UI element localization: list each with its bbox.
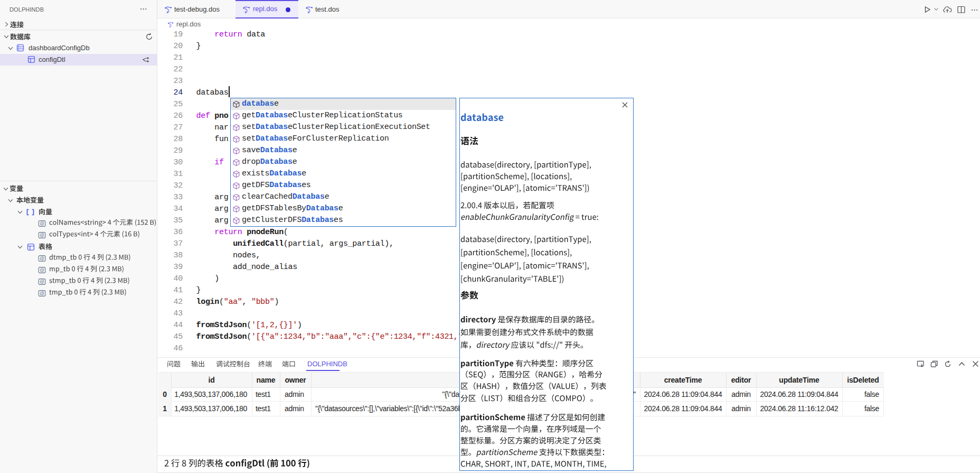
svg-text:@: @ bbox=[40, 291, 44, 296]
svg-text:@: @ bbox=[40, 233, 44, 238]
svg-text:@: @ bbox=[40, 267, 44, 273]
svg-text:@: @ bbox=[40, 256, 44, 261]
svg-text:@: @ bbox=[40, 279, 44, 284]
svg-text:@: @ bbox=[40, 221, 44, 226]
